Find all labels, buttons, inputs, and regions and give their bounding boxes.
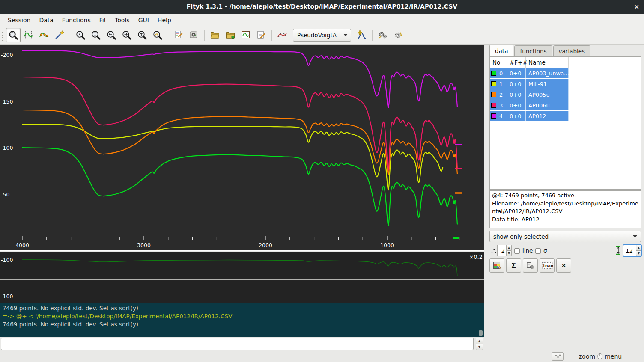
spin-down-icon[interactable]: ▼ (506, 250, 512, 256)
fit-continue-button[interactable] (391, 28, 405, 42)
sum-button[interactable]: Σ (506, 258, 521, 273)
toolbar-drag-handle[interactable] (1, 30, 4, 41)
data-table-body[interactable]: 00+0AP003_unwa...10+0MIL-9120+0AP005u30+… (490, 68, 641, 121)
dataset-number: 3 (499, 102, 503, 109)
fit-run-button[interactable] (376, 28, 390, 42)
range-mode-button[interactable] (21, 28, 36, 42)
main-plot[interactable]: 4000300020001000-200-150-100-50 (0, 45, 484, 250)
table-row[interactable]: 40+0AP012 (490, 111, 641, 121)
panel-splitter[interactable] (484, 45, 486, 362)
menu-tools[interactable]: Tools (110, 15, 134, 25)
tab-functions[interactable]: functions (514, 45, 552, 57)
line-checkbox[interactable] (514, 248, 520, 254)
aux-plot-1[interactable]: -100×0.2 (0, 252, 484, 279)
aux-plot-2-canvas[interactable]: -100 (0, 280, 484, 303)
zoom-up-icon (137, 30, 147, 40)
dataset-f-cell[interactable]: 0+0 (507, 68, 526, 78)
output-console[interactable]: 7469 points. No explicit std. dev. Set a… (0, 303, 484, 337)
tab-data[interactable]: data (489, 45, 513, 57)
dataset-name-cell[interactable]: AP006u (526, 100, 569, 110)
dataset-f-cell[interactable]: 0+0 (507, 111, 526, 121)
sidebar-tabs: datafunctionsvariables (489, 45, 590, 57)
zoom-undo-button[interactable] (150, 28, 165, 42)
script-run-button[interactable] (187, 28, 201, 42)
menu-help[interactable]: Help (153, 15, 176, 25)
dataset-number-cell[interactable]: 1 (490, 79, 507, 89)
data-table[interactable]: No#F+#Name 00+0AP003_unwa...10+0MIL-9120… (489, 56, 641, 190)
spectrum-curve (22, 77, 457, 170)
main-plot-canvas[interactable]: 4000300020001000-200-150-100-50 (0, 45, 484, 250)
console-scrollbar-thumb[interactable] (479, 330, 483, 336)
delete-button[interactable]: × (556, 258, 571, 273)
zoom-right-button[interactable] (119, 28, 134, 42)
dataset-f-cell[interactable]: 0+0 (507, 79, 526, 89)
zoom-up-button[interactable] (135, 28, 149, 42)
export-image-button[interactable] (239, 28, 253, 42)
save-session-button[interactable] (254, 28, 268, 42)
dataset-name-cell[interactable]: MIL-91 (526, 79, 569, 89)
zoom-mode-button[interactable] (6, 28, 21, 42)
command-history-spinner[interactable]: ▲ ▼ (476, 338, 483, 350)
function-type-combobox[interactable]: PseudoVoigtA (293, 29, 351, 42)
dataset-name-cell[interactable]: AP005u (526, 89, 569, 100)
dataset-number-cell[interactable]: 3 (490, 100, 507, 110)
dataset-number: 4 (499, 113, 503, 119)
titlebar[interactable]: Fityk 1.3.1 - /home/aleplo/test/Desktop/… (0, 0, 644, 14)
table-row[interactable]: 20+0AP005u (490, 89, 641, 100)
wand-mode-button[interactable] (52, 28, 67, 42)
table-row[interactable]: 00+0AP003_unwa... (490, 68, 641, 78)
table-row[interactable]: 30+0AP006u (490, 100, 641, 110)
copy-gears-button[interactable] (523, 258, 538, 273)
add-peak-button[interactable] (355, 28, 369, 42)
dataset-number-cell[interactable]: 2 (490, 89, 507, 100)
table-row[interactable]: 10+0MIL-91 (490, 79, 641, 89)
command-input[interactable] (1, 338, 474, 350)
addpoint-mode-button[interactable] (37, 28, 51, 42)
tab-variables[interactable]: variables (553, 45, 591, 57)
menu-session[interactable]: Session (3, 15, 35, 25)
sigma-checkbox[interactable] (535, 248, 541, 254)
line-checkbox-group[interactable]: line (514, 247, 533, 254)
dataset-f-cell[interactable]: 0+0 (507, 100, 526, 110)
spin-up-icon[interactable]: ▲ (506, 245, 512, 250)
spin-up-icon[interactable]: ▲ (636, 245, 641, 250)
spin-up-icon[interactable]: ▲ (476, 338, 483, 344)
mouse-icon (597, 352, 603, 361)
show-mode-dropdown[interactable]: show only selected (489, 231, 641, 242)
save-session-icon (256, 30, 266, 40)
shift-spinner[interactable]: 12 ▲ ▼ (623, 245, 641, 256)
guess-peak-button[interactable] (275, 28, 289, 42)
menu-fit[interactable]: Fit (95, 15, 110, 25)
menu-data[interactable]: Data (35, 15, 57, 25)
dataset-name-cell[interactable]: AP003_unwa... (526, 68, 569, 78)
shift-value[interactable]: 12 (623, 245, 636, 256)
script-edit-button[interactable] (171, 28, 186, 42)
zoom-left-button[interactable] (104, 28, 119, 42)
point-size-spinner[interactable]: 2 ▲ ▼ (497, 245, 512, 256)
menu-functions[interactable]: Functions (58, 15, 95, 25)
open-session-button[interactable] (208, 28, 222, 42)
spin-down-icon[interactable]: ▼ (476, 344, 483, 350)
svg-text:-150: -150 (1, 98, 13, 105)
zoom-vert-button[interactable] (89, 28, 103, 42)
dataset-name-cell[interactable]: AP012 (526, 111, 569, 121)
close-icon[interactable]: × (634, 3, 639, 11)
dataset-number-cell[interactable]: 0 (490, 68, 507, 78)
open-session-icon (210, 30, 220, 40)
data-editor-button[interactable] (489, 258, 504, 273)
rename-button[interactable]: [nam (540, 258, 555, 273)
statusbar-config-button[interactable] (552, 352, 564, 361)
zoom-all-button[interactable] (73, 28, 88, 42)
data-editor-icon (493, 261, 501, 270)
dataset-f-cell[interactable]: 0+0 (507, 89, 526, 100)
point-size-value[interactable]: 2 (497, 245, 506, 256)
menu-gui[interactable]: GUI (134, 15, 153, 25)
spectrum-curve (22, 148, 457, 226)
open-exec-button[interactable] (223, 28, 238, 42)
fit-continue-icon (393, 30, 403, 40)
aux-plot-1-canvas[interactable]: -100×0.2 (0, 252, 484, 279)
spin-down-icon[interactable]: ▼ (636, 250, 641, 256)
aux-plot-2[interactable]: -100 (0, 280, 484, 303)
dataset-number-cell[interactable]: 4 (490, 111, 507, 121)
sigma-checkbox-group[interactable]: σ (535, 247, 547, 254)
